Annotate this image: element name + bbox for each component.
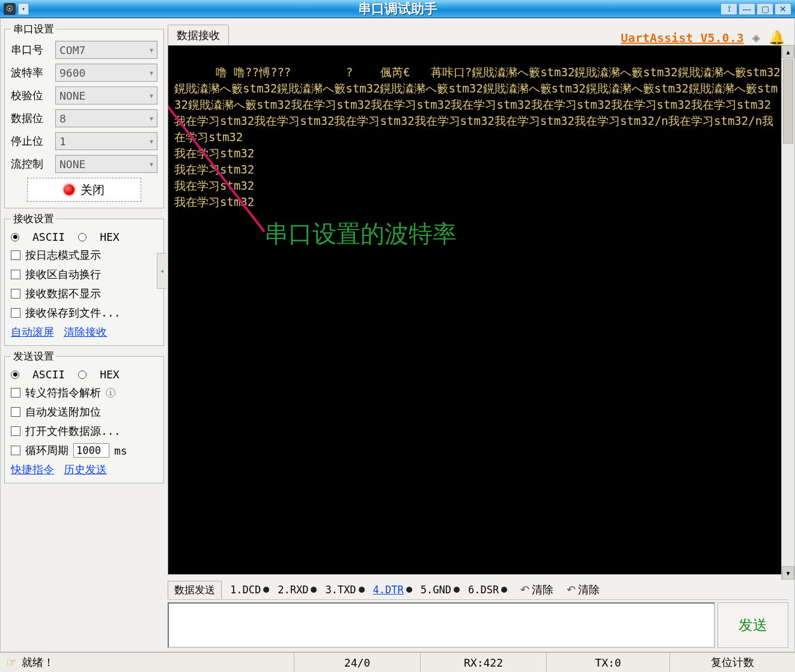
pin-dtr[interactable]: 4.DTR [373,584,412,596]
chevron-down-icon: ▼ [150,161,153,168]
send-settings-group: 发送设置 ASCII HEX 转义符指令解析 i 自动发送附加位 打开文件数据源… [4,350,164,483]
chevron-down-icon: ▼ [150,92,153,99]
databits-combo[interactable]: 8 ▼ [55,109,157,127]
terminal-text: 噜 噜??愽??? ? 偑芮€ 苒咔口?鎤戝潹瀦へ籔stm32鎤戝潹瀦へ籔stm… [174,65,781,208]
auto-append-label: 自动发送附加位 [25,405,101,419]
log-mode-checkbox[interactable] [11,250,20,260]
status-ready: ☞ 就绪！ [0,653,294,672]
recv-ascii-label: ASCII [32,231,65,243]
brand-link[interactable]: UartAssist V5.0.3 [621,31,744,45]
cycle-input[interactable] [73,443,109,458]
cycle-checkbox[interactable] [11,446,20,455]
titlebar-menu-dropdown[interactable]: ▾ [18,3,29,15]
pin-dsr[interactable]: 6.DSR [468,584,507,596]
status-rx: RX:422 [421,653,547,672]
chevron-down-icon: ▼ [150,47,153,53]
undo-arrow-icon: ↶ [520,583,529,596]
client-area: 串口设置 串口号 COM7 ▼ 波特率 9600 ▼ 校验位 NONE [0,18,795,652]
send-hex-label: HEX [100,368,120,381]
connection-status-icon [64,184,75,195]
baud-label: 波特率 [11,65,49,80]
stopbits-label: 停止位 [11,134,49,148]
parity-combo[interactable]: NONE ▼ [55,86,157,104]
hand-icon: ☞ [6,655,17,670]
hide-recv-checkbox[interactable] [11,289,20,298]
terminal-scrollbar[interactable]: ▲ ▼ [781,45,794,580]
app-icon: ⦿ [4,3,16,15]
serial-settings-group: 串口设置 串口号 COM7 ▼ 波特率 9600 ▼ 校验位 NONE [4,22,164,208]
databits-value: 8 [59,112,66,125]
pin-gnd[interactable]: 5.GND [421,584,460,596]
recv-hex-radio[interactable] [78,233,87,241]
diamond-icon[interactable]: ◈ [752,30,760,45]
window-title: 串口调试助手 [0,0,795,18]
send-area: 数据发送 1.DCD 2.RXD 3.TXD 4.DTR 5.GND 6.DSR… [168,581,788,648]
clear-send-left[interactable]: ↶清除 [520,583,553,597]
auto-scroll-link[interactable]: 自动滚屏 [11,325,54,339]
send-hex-radio[interactable] [78,371,87,379]
open-file-checkbox[interactable] [11,426,20,436]
history-link[interactable]: 历史发送 [64,462,107,477]
undo-arrow-icon: ↶ [567,583,576,596]
pin-txd[interactable]: 3.TXD [325,584,364,596]
sidebar-collapse-handle[interactable]: ◂ [157,253,166,289]
scroll-thumb[interactable] [783,59,793,144]
stopbits-combo[interactable]: 1 ▼ [55,132,157,150]
sidebar: 串口设置 串口号 COM7 ▼ 波特率 9600 ▼ 校验位 NONE [1,19,168,652]
send-ascii-radio[interactable] [11,371,19,379]
flowctrl-label: 流控制 [11,157,49,171]
pin-dcd[interactable]: 1.DCD [230,584,269,596]
clear-send-right[interactable]: ↶清除 [567,583,600,597]
connect-toggle-label: 关闭 [81,182,105,198]
scroll-up-icon[interactable]: ▲ [782,45,794,58]
status-bar: ☞ 就绪！ 24/0 RX:422 TX:0 复位计数 [0,652,795,672]
stopbits-value: 1 [59,135,66,148]
pin-rxd[interactable]: 2.RXD [278,584,317,596]
escape-label: 转义符指令解析 [25,386,101,400]
scroll-down-icon[interactable]: ▼ [782,566,794,580]
connect-toggle-button[interactable]: 关闭 [27,178,141,202]
info-icon[interactable]: i [106,388,115,398]
hide-recv-label: 接收数据不显示 [25,286,101,301]
send-tab[interactable]: 数据发送 [168,581,222,599]
port-combo[interactable]: COM7 ▼ [55,41,157,59]
escape-checkbox[interactable] [11,388,20,398]
titlebar: ⦿ ▾ 串口调试助手 ⟟ — ▢ ✕ [0,0,795,18]
clear-recv-link[interactable]: 清除接收 [64,325,107,339]
save-file-checkbox[interactable] [11,308,20,318]
main-header: 数据接收 UartAssist V5.0.3 ◈ 🔔 [168,22,788,45]
status-counter: 24/0 [294,653,421,672]
shortcut-link[interactable]: 快捷指令 [11,462,54,477]
bell-icon[interactable]: 🔔 [769,30,785,45]
minimize-button[interactable]: — [739,3,755,15]
send-button[interactable]: 发送 [717,602,788,648]
receive-terminal[interactable]: 噜 噜??愽??? ? 偑芮€ 苒咔口?鎤戝潹瀦へ籔stm32鎤戝潹瀦へ籔stm… [168,45,788,575]
recv-tab[interactable]: 数据接收 [168,25,229,46]
port-value: COM7 [59,44,85,56]
reset-counter-button[interactable]: 复位计数 [670,653,795,672]
send-input[interactable] [168,602,715,648]
pin-button[interactable]: ⟟ [720,3,737,15]
receive-settings-legend: 接收设置 [11,212,56,226]
recv-ascii-radio[interactable] [11,233,19,241]
maximize-button[interactable]: ▢ [757,3,773,15]
parity-value: NONE [59,89,85,102]
flowctrl-value: NONE [59,158,85,171]
port-label: 串口号 [11,43,49,57]
baud-value: 9600 [59,67,85,79]
close-button[interactable]: ✕ [775,3,791,15]
recv-hex-label: HEX [100,231,120,243]
flowctrl-combo[interactable]: NONE ▼ [55,155,157,173]
log-mode-label: 按日志模式显示 [25,248,101,262]
autowrap-checkbox[interactable] [11,270,20,279]
save-file-label: 接收保存到文件... [25,306,121,320]
baud-combo[interactable]: 9600 ▼ [55,64,157,82]
autowrap-label: 接收区自动换行 [25,267,101,282]
chevron-down-icon: ▼ [150,115,153,122]
status-tx: TX:0 [547,653,670,672]
chevron-down-icon: ▼ [150,70,153,76]
auto-append-checkbox[interactable] [11,407,20,417]
main-panel: ◂ 数据接收 UartAssist V5.0.3 ◈ 🔔 噜 噜??愽??? ?… [168,19,794,652]
serial-settings-legend: 串口设置 [11,22,56,36]
chevron-down-icon: ▼ [150,138,153,145]
